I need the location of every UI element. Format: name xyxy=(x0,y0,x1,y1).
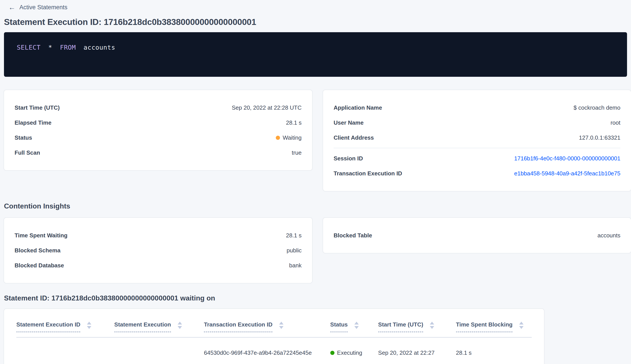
waiting-status-dot-icon xyxy=(276,136,280,140)
elapsed-time-value: 28.1 s xyxy=(286,119,302,126)
blocked-database-value: bank xyxy=(289,262,302,269)
time-spent-waiting-row: Time Spent Waiting 28.1 s xyxy=(14,228,302,243)
column-header-statement-execution[interactable]: Statement Execution xyxy=(114,312,204,337)
cell-time-spent-blocking: 28.1 s xyxy=(456,337,532,364)
transaction-execution-id-link[interactable]: e1bba458-5948-40a9-a42f-5feac1b10e75 xyxy=(514,170,620,177)
back-to-active-statements-link[interactable]: ← Active Statements xyxy=(8,2,68,12)
full-scan-value: true xyxy=(292,149,302,156)
column-header-transaction-execution-id[interactable]: Transaction Execution ID xyxy=(204,312,330,337)
sql-table-name: accounts xyxy=(84,44,115,51)
executing-status-dot-icon xyxy=(330,351,334,355)
user-name-value: root xyxy=(610,119,620,126)
start-time-row: Start Time (UTC) Sep 20, 2022 at 22:28 U… xyxy=(14,100,302,115)
sql-star: * xyxy=(48,44,52,51)
blocked-schema-value: public xyxy=(286,247,302,254)
client-address-row: Client Address 127.0.0.1:63321 xyxy=(334,130,620,145)
sql-keyword-select: SELECT xyxy=(17,44,40,51)
cell-transaction-execution-id: 64530d0c-969f-437e-a9b4-26a72245e45e xyxy=(204,337,330,364)
application-name-row: Application Name $ cockroach demo xyxy=(334,100,620,115)
blocked-table-label: Blocked Table xyxy=(334,232,372,239)
transaction-execution-id-row: Transaction Execution ID e1bba458-5948-4… xyxy=(334,166,620,181)
session-id-link[interactable]: 1716b1f6-4e0c-f480-0000-000000000001 xyxy=(514,155,620,162)
client-address-label: Client Address xyxy=(334,134,374,141)
column-header-status[interactable]: Status xyxy=(330,312,378,337)
start-time-label: Start Time (UTC) xyxy=(14,104,60,111)
blocked-table-value: accounts xyxy=(598,232,620,239)
session-id-row: Session ID 1716b1f6-4e0c-f480-0000-00000… xyxy=(334,151,620,166)
column-header-label: Time Spent Blocking xyxy=(456,321,513,332)
cell-start-time: Sep 20, 2022 at 22:27 xyxy=(378,337,456,364)
status-row: Status Waiting xyxy=(14,130,302,145)
time-spent-waiting-label: Time Spent Waiting xyxy=(14,232,68,239)
waiting-on-table: Statement Execution ID Statement Executi… xyxy=(16,312,532,364)
column-header-start-time[interactable]: Start Time (UTC) xyxy=(378,312,456,337)
transaction-execution-id-label: Transaction Execution ID xyxy=(334,170,402,177)
sort-icon[interactable] xyxy=(519,322,524,329)
column-header-label: Status xyxy=(330,321,348,332)
blocked-database-label: Blocked Database xyxy=(14,262,64,269)
contention-cards-row: Time Spent Waiting 28.1 s Blocked Schema… xyxy=(4,218,627,283)
blocked-database-row: Blocked Database bank xyxy=(14,258,302,273)
column-header-label: Statement Execution xyxy=(114,321,171,332)
waiting-on-heading: Statement ID: 1716b218dc0b38380000000000… xyxy=(4,294,627,302)
sort-icon[interactable] xyxy=(87,322,91,329)
user-name-label: User Name xyxy=(334,119,364,126)
blocked-table-card: Blocked Table accounts xyxy=(323,218,631,253)
column-header-statement-execution-id[interactable]: Statement Execution ID xyxy=(16,312,114,337)
table-row: 64530d0c-969f-437e-a9b4-26a72245e45e Exe… xyxy=(16,337,532,364)
sort-icon[interactable] xyxy=(178,322,182,329)
column-header-label: Transaction Execution ID xyxy=(204,321,272,332)
contention-insights-heading: Contention Insights xyxy=(4,202,627,210)
status-label: Status xyxy=(14,134,32,141)
elapsed-time-row: Elapsed Time 28.1 s xyxy=(14,115,302,130)
cell-statement-execution xyxy=(114,337,204,364)
application-name-value: $ cockroach demo xyxy=(574,104,620,111)
client-address-value: 127.0.0.1:63321 xyxy=(579,134,620,141)
status-value: Waiting xyxy=(276,134,302,141)
blocked-schema-row: Blocked Schema public xyxy=(14,243,302,258)
column-header-time-spent-blocking[interactable]: Time Spent Blocking xyxy=(456,312,532,337)
sort-icon[interactable] xyxy=(430,322,434,329)
sort-icon[interactable] xyxy=(279,322,284,329)
cell-statement-execution-id xyxy=(16,337,114,364)
cell-status: Executing xyxy=(330,337,378,364)
status-text: Waiting xyxy=(283,134,302,141)
column-header-label: Statement Execution ID xyxy=(16,321,80,332)
card-divider xyxy=(334,148,620,148)
blocked-schema-label: Blocked Schema xyxy=(14,247,60,254)
cell-status-text: Executing xyxy=(337,350,362,356)
breadcrumb-label: Active Statements xyxy=(20,4,68,11)
session-id-label: Session ID xyxy=(334,155,363,162)
sort-icon[interactable] xyxy=(354,322,359,329)
back-arrow-icon[interactable]: ← xyxy=(8,4,16,11)
waiting-on-table-card: Statement Execution ID Statement Executi… xyxy=(4,309,544,364)
full-scan-row: Full Scan true xyxy=(14,145,302,160)
contention-waiting-card: Time Spent Waiting 28.1 s Blocked Schema… xyxy=(4,218,312,283)
page-title: Statement Execution ID: 1716b218dc0b3838… xyxy=(4,17,627,27)
summary-cards-row: Start Time (UTC) Sep 20, 2022 at 22:28 U… xyxy=(4,90,627,191)
time-spent-waiting-value: 28.1 s xyxy=(286,232,302,239)
sql-keyword-from: FROM xyxy=(60,44,76,51)
elapsed-time-label: Elapsed Time xyxy=(14,119,52,126)
start-time-value: Sep 20, 2022 at 22:28 UTC xyxy=(232,104,302,111)
blocked-table-row: Blocked Table accounts xyxy=(334,228,620,243)
table-header-row: Statement Execution ID Statement Executi… xyxy=(16,312,532,337)
application-name-label: Application Name xyxy=(334,104,382,111)
execution-details-card: Start Time (UTC) Sep 20, 2022 at 22:28 U… xyxy=(4,90,312,170)
full-scan-label: Full Scan xyxy=(14,149,40,156)
column-header-label: Start Time (UTC) xyxy=(378,321,424,332)
user-name-row: User Name root xyxy=(334,115,620,130)
statement-execution-details-page: ← Active Statements Statement Execution … xyxy=(0,0,631,364)
session-details-card: Application Name $ cockroach demo User N… xyxy=(323,90,631,191)
sql-statement-box: SELECT * FROM accounts xyxy=(4,32,627,77)
